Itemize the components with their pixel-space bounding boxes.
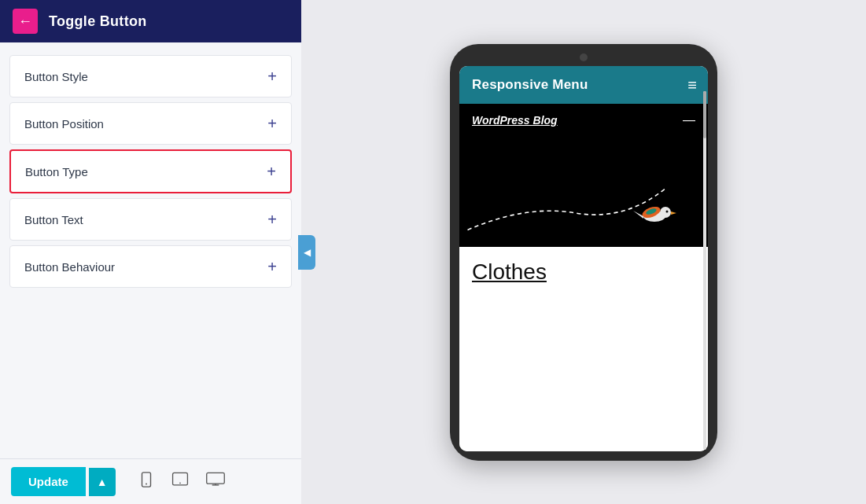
accordion-header-button-behaviour[interactable]: Button Behaviour + <box>10 246 291 287</box>
accordion-item-button-type[interactable]: Button Type + <box>9 149 292 193</box>
menu-bar: Responsive Menu ≡ <box>459 66 708 104</box>
expand-icon-button-type: + <box>267 164 276 179</box>
update-arrow-button[interactable]: ▲ <box>89 468 116 496</box>
back-button[interactable]: ← <box>13 9 38 34</box>
scrollbar-thumb <box>703 91 706 138</box>
hamburger-icon: ≡ <box>687 77 695 93</box>
phone-screen: Responsive Menu ≡ WordPress Blog — <box>459 66 708 451</box>
accordion-item-button-style[interactable]: Button Style + <box>9 55 292 97</box>
back-icon: ← <box>18 13 32 30</box>
accordion-header-button-style[interactable]: Button Style + <box>10 56 291 97</box>
blog-title: WordPress Blog <box>472 114 558 127</box>
accordion-item-button-position[interactable]: Button Position + <box>9 102 292 145</box>
svg-rect-4 <box>206 473 224 484</box>
collapse-icon: ◀ <box>304 247 311 258</box>
expand-icon-button-behaviour: + <box>267 259 277 274</box>
svg-marker-9 <box>671 212 676 215</box>
accordion-label-button-position: Button Position <box>24 117 104 131</box>
svg-point-8 <box>660 207 671 218</box>
menu-title: Responsive Menu <box>472 77 588 93</box>
accordion-header-button-text[interactable]: Button Text + <box>10 199 291 240</box>
accordion-list: Button Style + Button Position + Button … <box>0 42 301 458</box>
accordion-header-button-type[interactable]: Button Type + <box>11 151 290 192</box>
expand-icon-button-position: + <box>267 116 277 131</box>
blog-menu-icon: — <box>683 113 695 127</box>
bird <box>629 197 676 231</box>
preview-area: Responsive Menu ≡ WordPress Blog — <box>301 0 866 504</box>
accordion-label-button-text: Button Text <box>24 213 83 226</box>
accordion-item-button-text[interactable]: Button Text + <box>9 198 292 241</box>
svg-point-3 <box>179 482 181 484</box>
accordion-label-button-type: Button Type <box>25 165 88 178</box>
svg-rect-0 <box>142 473 150 487</box>
desktop-device-button[interactable] <box>202 468 229 495</box>
accordion-item-button-behaviour[interactable]: Button Behaviour + <box>9 245 292 288</box>
tablet-device-button[interactable] <box>168 468 193 495</box>
left-panel: ← Toggle Button Button Style + Button Po… <box>0 0 301 504</box>
svg-point-1 <box>146 484 147 485</box>
content-heading: Clothes <box>472 259 695 285</box>
expand-icon-button-style: + <box>267 68 277 84</box>
accordion-label-button-style: Button Style <box>24 70 88 83</box>
expand-icon-button-text: + <box>267 212 277 227</box>
accordion-header-button-position[interactable]: Button Position + <box>10 103 291 144</box>
phone-camera <box>580 53 588 61</box>
mobile-device-button[interactable] <box>135 468 158 495</box>
panel-title: Toggle Button <box>49 13 147 30</box>
hero-section <box>459 137 708 247</box>
device-icons <box>135 468 229 495</box>
svg-point-10 <box>666 210 669 212</box>
accordion-label-button-behaviour: Button Behaviour <box>24 260 115 274</box>
blog-bar: WordPress Blog — <box>459 104 708 137</box>
content-section: Clothes <box>459 247 708 451</box>
panel-footer: Update ▲ <box>0 458 301 504</box>
collapse-tab[interactable]: ◀ <box>298 235 315 270</box>
update-arrow-icon: ▲ <box>97 476 108 488</box>
phone-mockup: Responsive Menu ≡ WordPress Blog — <box>450 44 717 461</box>
update-button[interactable]: Update <box>11 467 86 496</box>
panel-header: ← Toggle Button <box>0 0 301 42</box>
phone-scrollbar[interactable] <box>703 91 706 450</box>
